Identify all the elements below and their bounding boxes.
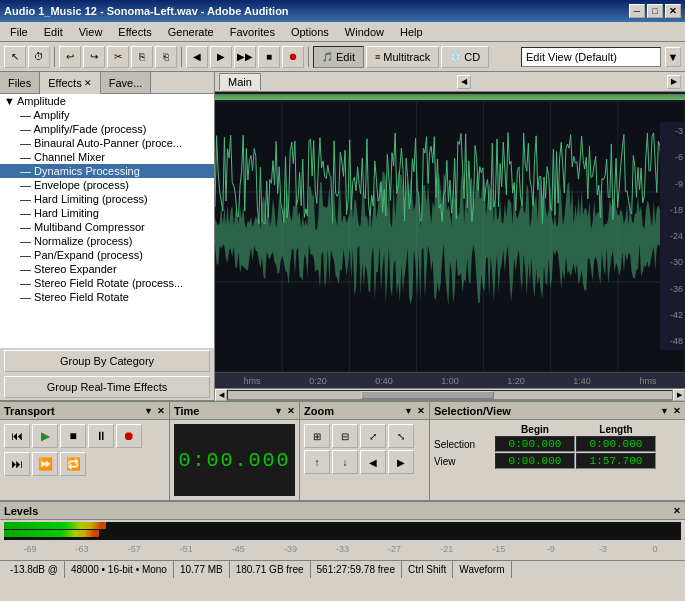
transport-header: Transport ▼ ✕ — [0, 402, 169, 420]
waveform-canvas[interactable] — [215, 102, 685, 372]
scroll-right-arrow[interactable]: ▶ — [673, 389, 685, 401]
menu-item-window[interactable]: Window — [339, 24, 390, 40]
rec-btn[interactable]: ⏺ — [282, 46, 304, 68]
tree-item[interactable]: — Amplify/Fade (process) — [0, 122, 214, 136]
files-tab[interactable]: Files — [0, 72, 40, 93]
menu-item-file[interactable]: File — [4, 24, 34, 40]
selection-bar — [215, 94, 685, 100]
effects-tab-close[interactable]: ✕ — [84, 78, 92, 88]
amplitude-group[interactable]: ▼ Amplitude — [0, 94, 214, 108]
zoom-out-horiz[interactable]: ⊟ — [332, 424, 358, 448]
undo-btn[interactable]: ↩ — [59, 46, 81, 68]
maximize-button[interactable]: □ — [647, 4, 663, 18]
transport-prev[interactable]: ⏭ — [4, 452, 30, 476]
menu-item-help[interactable]: Help — [394, 24, 429, 40]
zoom-close[interactable]: ✕ — [417, 406, 425, 416]
menu-item-generate[interactable]: Generate — [162, 24, 220, 40]
tree-item[interactable]: — Amplify — [0, 108, 214, 122]
selection-length-input[interactable]: 0:00.000 — [576, 436, 656, 452]
zoom-expand[interactable]: ▼ — [404, 406, 413, 416]
view-length-input[interactable]: 1:57.700 — [576, 453, 656, 469]
transport-stop[interactable]: ■ — [60, 424, 86, 448]
transport-play[interactable]: ▶ — [32, 424, 58, 448]
transport-rew[interactable]: ⏩ — [32, 452, 58, 476]
effects-tab[interactable]: Effects ✕ — [40, 72, 100, 94]
close-button[interactable]: ✕ — [665, 4, 681, 18]
levels-title: Levels — [4, 505, 38, 517]
time-tool[interactable]: ⏱ — [28, 46, 50, 68]
length-header: Length — [576, 424, 656, 435]
minimize-button[interactable]: ─ — [629, 4, 645, 18]
time-expand[interactable]: ▼ — [274, 406, 283, 416]
db-label: -3 — [662, 126, 683, 136]
menu-item-edit[interactable]: Edit — [38, 24, 69, 40]
levels-close[interactable]: ✕ — [673, 506, 681, 516]
selection-begin-input[interactable]: 0:00.000 — [495, 436, 575, 452]
levels-scale-mark: -69 — [4, 544, 56, 554]
tree-item[interactable]: — Stereo Field Rotate (process... — [0, 276, 214, 290]
tree-item[interactable]: — Dynamics Processing — [0, 164, 214, 178]
multitrack-label: Multitrack — [383, 51, 430, 63]
waveform-nav-right[interactable]: ▶ — [667, 75, 681, 89]
copy-btn[interactable]: ⎘ — [131, 46, 153, 68]
zoom-prev[interactable]: ◀ — [360, 450, 386, 474]
tree-item[interactable]: — Binaural Auto-Panner (proce... — [0, 136, 214, 150]
transport-close[interactable]: ✕ — [157, 406, 165, 416]
scroll-thumb[interactable] — [361, 391, 494, 399]
sel-expand[interactable]: ▼ — [660, 406, 669, 416]
cursor-tool[interactable]: ↖ — [4, 46, 26, 68]
scroll-track[interactable] — [227, 390, 673, 400]
transport-to-start[interactable]: ⏮ — [4, 424, 30, 448]
menu-item-view[interactable]: View — [73, 24, 109, 40]
tree-item[interactable]: — Pan/Expand (process) — [0, 248, 214, 262]
fwd-btn[interactable]: ▶▶ — [234, 46, 256, 68]
tree-item[interactable]: — Normalize (process) — [0, 234, 214, 248]
waveform-area: Main ◀ ▶ -3-6-9-18-24-30-36-42-48 hms0:2… — [215, 72, 685, 400]
transport-pause[interactable]: ⏸ — [88, 424, 114, 448]
main-tab[interactable]: Main — [219, 73, 261, 90]
transport-expand[interactable]: ▼ — [144, 406, 153, 416]
tree-item[interactable]: — Hard Limiting (process) — [0, 192, 214, 206]
window-controls: ─ □ ✕ — [629, 4, 681, 18]
transport-loop[interactable]: 🔁 — [60, 452, 86, 476]
multitrack-mode-btn[interactable]: ≡ Multitrack — [366, 46, 439, 68]
zoom-sel[interactable]: ⤡ — [388, 424, 414, 448]
view-begin-input[interactable]: 0:00.000 — [495, 453, 575, 469]
time-close[interactable]: ✕ — [287, 406, 295, 416]
stop-btn[interactable]: ■ — [258, 46, 280, 68]
fave-tab[interactable]: Fave... — [101, 72, 152, 93]
tree-item[interactable]: — Channel Mixer — [0, 150, 214, 164]
waveform-tab-bar: Main ◀ ▶ — [215, 72, 685, 92]
play-btn[interactable]: ▶ — [210, 46, 232, 68]
group-by-category-btn[interactable]: Group By Category — [4, 350, 210, 372]
cut-btn[interactable]: ✂ — [107, 46, 129, 68]
view-dropdown[interactable]: Edit View (Default) — [521, 47, 661, 67]
zoom-in-vert[interactable]: ↑ — [304, 450, 330, 474]
group-realtime-btn[interactable]: Group Real-Time Effects — [4, 376, 210, 398]
zoom-in-horiz[interactable]: ⊞ — [304, 424, 330, 448]
menu-item-effects[interactable]: Effects — [112, 24, 157, 40]
tree-item[interactable]: — Multiband Compressor — [0, 220, 214, 234]
tree-item[interactable]: — Hard Limiting — [0, 206, 214, 220]
zoom-next[interactable]: ▶ — [388, 450, 414, 474]
menu-item-favorites[interactable]: Favorites — [224, 24, 281, 40]
paste-btn[interactable]: ⎗ — [155, 46, 177, 68]
time-title: Time — [174, 405, 199, 417]
redo-btn[interactable]: ↪ — [83, 46, 105, 68]
levels-scale-mark: -21 — [421, 544, 473, 554]
tree-item[interactable]: — Stereo Expander — [0, 262, 214, 276]
scroll-left-arrow[interactable]: ◀ — [215, 389, 227, 401]
back-btn[interactable]: ◀ — [186, 46, 208, 68]
view-dropdown-arrow[interactable]: ▼ — [665, 47, 681, 67]
waveform-nav-left[interactable]: ◀ — [457, 75, 471, 89]
tree-item[interactable]: — Envelope (process) — [0, 178, 214, 192]
tree-item[interactable]: — Stereo Field Rotate — [0, 290, 214, 304]
waveform-scrollbar[interactable]: ◀ ▶ — [215, 388, 685, 400]
zoom-out-vert[interactable]: ↓ — [332, 450, 358, 474]
transport-record[interactable]: ⏺ — [116, 424, 142, 448]
menu-item-options[interactable]: Options — [285, 24, 335, 40]
cd-mode-btn[interactable]: 💿 CD — [441, 46, 489, 68]
sel-close[interactable]: ✕ — [673, 406, 681, 416]
zoom-full[interactable]: ⤢ — [360, 424, 386, 448]
edit-mode-btn[interactable]: 🎵 Edit — [313, 46, 364, 68]
